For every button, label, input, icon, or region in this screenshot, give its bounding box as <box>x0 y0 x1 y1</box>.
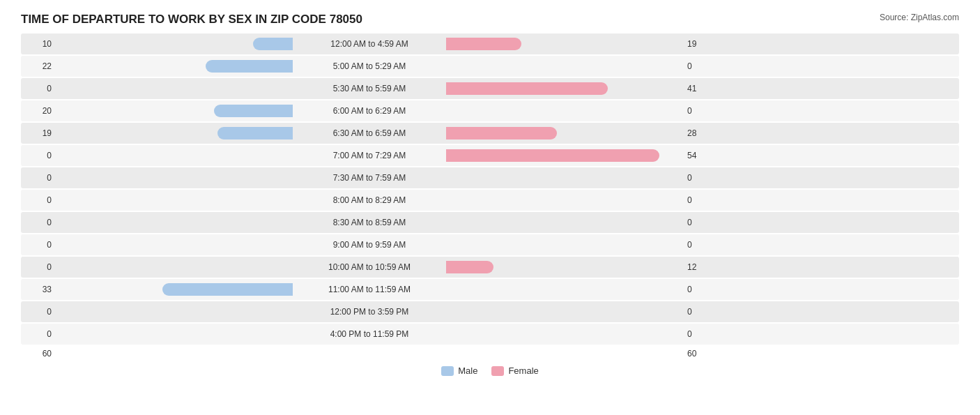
female-bar <box>446 82 608 95</box>
female-value: 0 <box>683 218 718 227</box>
chart-row: 08:30 AM to 8:59 AM0 <box>21 212 959 233</box>
male-bar-wrap <box>56 194 293 206</box>
chart-title: TIME OF DEPARTURE TO WORK BY SEX IN ZIP … <box>21 13 959 27</box>
female-value: 0 <box>683 61 718 71</box>
female-value: 54 <box>683 151 718 160</box>
chart-row: 07:00 AM to 7:29 AM54 <box>21 145 959 166</box>
male-value: 0 <box>21 151 56 160</box>
male-bar-wrap <box>56 149 293 162</box>
male-bar-wrap <box>56 172 293 184</box>
axis-left-val: 60 <box>21 349 56 359</box>
male-bar-wrap <box>56 38 293 50</box>
female-bar-wrap <box>446 194 683 206</box>
male-bar-wrap <box>56 127 293 139</box>
male-value: 0 <box>21 218 56 227</box>
female-value: 28 <box>683 128 718 138</box>
chart-row: 3311:00 AM to 11:59 AM0 <box>21 279 959 300</box>
male-bar-wrap <box>56 82 293 95</box>
female-bar-wrap <box>446 127 683 139</box>
chart-container: TIME OF DEPARTURE TO WORK BY SEX IN ZIP … <box>0 0 980 397</box>
male-value: 19 <box>21 128 56 138</box>
legend-female: Female <box>491 365 538 376</box>
female-value: 0 <box>683 307 718 317</box>
time-label: 7:00 AM to 7:29 AM <box>293 151 446 160</box>
female-bar-wrap <box>446 149 683 162</box>
time-label: 6:30 AM to 6:59 AM <box>293 128 446 138</box>
chart-row: 07:30 AM to 7:59 AM0 <box>21 167 959 188</box>
chart-row: 012:00 PM to 3:59 PM0 <box>21 301 959 322</box>
legend: Male Female <box>21 365 959 376</box>
chart-row: 196:30 AM to 6:59 AM28 <box>21 123 959 144</box>
male-value: 33 <box>21 285 56 294</box>
time-label: 5:00 AM to 5:29 AM <box>293 61 446 71</box>
chart-row: 09:00 AM to 9:59 AM0 <box>21 234 959 255</box>
time-label: 5:30 AM to 5:59 AM <box>293 84 446 93</box>
female-bar-wrap <box>446 38 683 50</box>
male-value: 0 <box>21 240 56 250</box>
chart-row: 1012:00 AM to 4:59 AM19 <box>21 33 959 54</box>
legend-male-label: Male <box>458 365 477 376</box>
source-text: Source: ZipAtlas.com <box>880 13 959 22</box>
female-value: 12 <box>683 262 718 272</box>
time-label: 12:00 AM to 4:59 AM <box>293 39 446 49</box>
legend-male: Male <box>441 365 477 376</box>
male-bar-wrap <box>56 239 293 251</box>
time-label: 12:00 PM to 3:59 PM <box>293 307 446 317</box>
male-bar <box>162 283 293 296</box>
time-label: 7:30 AM to 7:59 AM <box>293 173 446 183</box>
legend-female-icon <box>491 366 504 376</box>
female-value: 0 <box>683 329 718 339</box>
female-value: 0 <box>683 195 718 205</box>
legend-female-label: Female <box>508 365 538 376</box>
male-value: 0 <box>21 195 56 205</box>
female-value: 0 <box>683 106 718 116</box>
male-value: 10 <box>21 39 56 49</box>
female-bar-wrap <box>446 172 683 184</box>
female-value: 0 <box>683 240 718 250</box>
female-bar-wrap <box>446 60 683 73</box>
female-bar-wrap <box>446 216 683 229</box>
female-bar <box>446 127 557 139</box>
time-label: 10:00 AM to 10:59 AM <box>293 262 446 272</box>
male-value: 0 <box>21 307 56 317</box>
female-value: 19 <box>683 39 718 49</box>
male-bar-wrap <box>56 105 293 117</box>
male-bar <box>253 38 293 50</box>
male-bar <box>206 60 293 73</box>
axis-row: 60 60 <box>21 349 959 359</box>
male-value: 0 <box>21 173 56 183</box>
chart-row: 010:00 AM to 10:59 AM12 <box>21 257 959 278</box>
female-bar-wrap <box>446 283 683 296</box>
female-value: 0 <box>683 173 718 183</box>
female-bar-wrap <box>446 239 683 251</box>
time-label: 8:00 AM to 8:29 AM <box>293 195 446 205</box>
male-value: 22 <box>21 61 56 71</box>
female-bar <box>446 261 493 273</box>
female-bar-wrap <box>446 305 683 318</box>
time-label: 4:00 PM to 11:59 PM <box>293 329 446 339</box>
axis-right-val: 60 <box>683 349 718 359</box>
female-bar-wrap <box>446 261 683 273</box>
male-bar-wrap <box>56 216 293 229</box>
female-bar <box>446 149 659 162</box>
male-bar-wrap <box>56 283 293 296</box>
male-bar-wrap <box>56 328 293 340</box>
female-bar-wrap <box>446 82 683 95</box>
legend-male-icon <box>441 366 454 376</box>
chart-row: 04:00 PM to 11:59 PM0 <box>21 324 959 345</box>
female-value: 0 <box>683 285 718 294</box>
male-value: 20 <box>21 106 56 116</box>
time-label: 8:30 AM to 8:59 AM <box>293 218 446 227</box>
male-value: 0 <box>21 329 56 339</box>
time-label: 6:00 AM to 6:29 AM <box>293 106 446 116</box>
chart-row: 206:00 AM to 6:29 AM0 <box>21 100 959 121</box>
chart-area: 1012:00 AM to 4:59 AM19225:00 AM to 5:29… <box>21 33 959 345</box>
male-bar-wrap <box>56 305 293 318</box>
male-bar-wrap <box>56 261 293 273</box>
chart-row: 05:30 AM to 5:59 AM41 <box>21 78 959 99</box>
female-bar-wrap <box>446 328 683 340</box>
male-value: 0 <box>21 84 56 93</box>
female-value: 41 <box>683 84 718 93</box>
time-label: 11:00 AM to 11:59 AM <box>293 285 446 294</box>
male-value: 0 <box>21 262 56 272</box>
